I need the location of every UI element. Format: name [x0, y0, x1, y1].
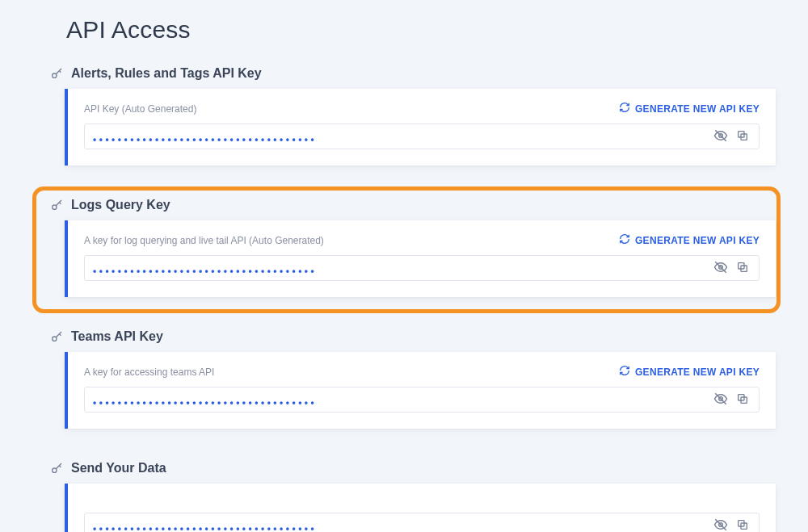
- section-alerts: Alerts, Rules and Tags API Key API Key (…: [32, 66, 776, 165]
- generate-api-key-button[interactable]: GENERATE NEW API KEY: [619, 102, 760, 115]
- copy-icon: [736, 129, 749, 145]
- refresh-icon: [619, 365, 630, 379]
- api-key-field[interactable]: ••••••••••••••••••••••••••••••••••••: [84, 255, 760, 281]
- generate-api-key-button[interactable]: GENERATE NEW API KEY: [619, 233, 760, 247]
- api-key-masked-value: ••••••••••••••••••••••••••••••••••••: [93, 266, 707, 276]
- api-key-masked-value: ••••••••••••••••••••••••••••••••••••: [93, 135, 707, 145]
- copy-button[interactable]: [734, 517, 751, 533]
- svg-point-5: [53, 205, 57, 209]
- api-key-masked-value: ••••••••••••••••••••••••••••••••••••: [93, 524, 707, 532]
- api-key-card: API Key (Auto Generated) GENERATE NEW AP…: [65, 89, 776, 165]
- api-key-card: A key for accessing teams API GENERATE N…: [65, 352, 776, 429]
- toggle-visibility-button[interactable]: [712, 390, 730, 410]
- key-icon: [50, 462, 63, 475]
- generate-api-key-label: GENERATE NEW API KEY: [635, 235, 760, 246]
- refresh-icon: [619, 233, 630, 247]
- api-key-field[interactable]: ••••••••••••••••••••••••••••••••••••: [84, 513, 760, 532]
- generate-api-key-label: GENERATE NEW API KEY: [635, 367, 760, 378]
- section-title: Send Your Data: [71, 461, 166, 475]
- eye-off-icon: [713, 260, 728, 277]
- refresh-icon: [619, 102, 630, 115]
- key-icon: [50, 330, 63, 343]
- api-key-field[interactable]: ••••••••••••••••••••••••••••••••••••: [84, 124, 760, 149]
- api-key-field[interactable]: ••••••••••••••••••••••••••••••••••••: [84, 387, 760, 413]
- copy-button[interactable]: [734, 391, 751, 409]
- section-title: Alerts, Rules and Tags API Key: [71, 66, 262, 81]
- section-logs: Logs Query Key A key for log querying an…: [32, 198, 776, 297]
- eye-off-icon: [713, 517, 728, 533]
- copy-button[interactable]: [734, 128, 751, 146]
- api-key-description: A key for accessing teams API: [84, 367, 214, 377]
- svg-point-15: [53, 468, 57, 472]
- copy-icon: [736, 518, 749, 533]
- generate-api-key-label: GENERATE NEW API KEY: [635, 103, 760, 115]
- section-title: Logs Query Key: [71, 198, 170, 212]
- api-key-description: API Key (Auto Generated): [84, 104, 196, 114]
- eye-off-icon: [713, 128, 728, 145]
- api-key-description: A key for log querying and live tail API…: [84, 236, 324, 245]
- section-title: Teams API Key: [71, 329, 163, 344]
- toggle-visibility-button[interactable]: [712, 258, 730, 279]
- eye-off-icon: [713, 392, 728, 408]
- svg-point-10: [53, 337, 57, 341]
- copy-icon: [736, 392, 749, 408]
- section-send-data: Send Your Data •••••••••••••••••••••••••…: [32, 461, 776, 532]
- copy-icon: [736, 261, 749, 276]
- api-key-card: ••••••••••••••••••••••••••••••••••••: [65, 484, 776, 532]
- page-title: API Access: [32, 0, 776, 66]
- toggle-visibility-button[interactable]: [712, 516, 730, 533]
- section-teams: Teams API Key A key for accessing teams …: [32, 329, 776, 429]
- toggle-visibility-button[interactable]: [712, 127, 730, 147]
- key-icon: [50, 67, 63, 80]
- key-icon: [50, 199, 63, 212]
- copy-button[interactable]: [734, 259, 751, 278]
- generate-api-key-button[interactable]: GENERATE NEW API KEY: [619, 365, 760, 379]
- api-key-masked-value: ••••••••••••••••••••••••••••••••••••: [93, 398, 707, 408]
- api-key-card: A key for log querying and live tail API…: [65, 220, 776, 297]
- svg-point-0: [53, 73, 57, 77]
